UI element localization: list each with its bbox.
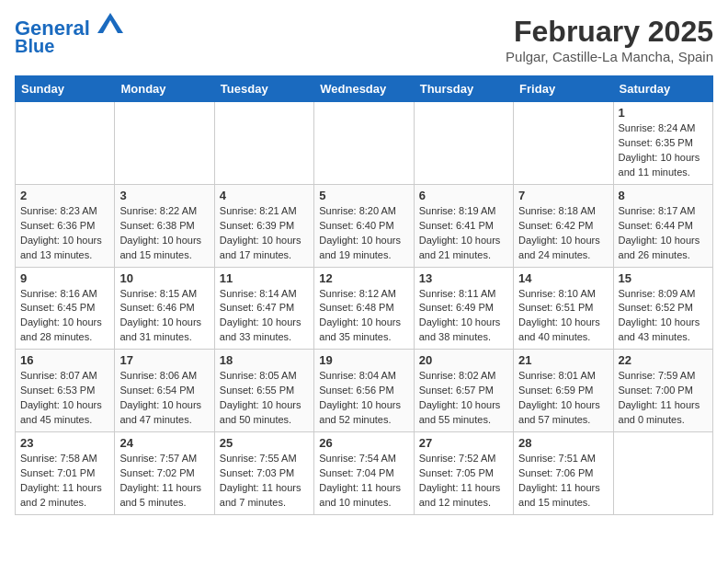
day-info: Sunrise: 8:21 AM Sunset: 6:39 PM Dayligh… — [220, 204, 309, 263]
calendar-cell: 13Sunrise: 8:11 AM Sunset: 6:49 PM Dayli… — [414, 267, 513, 350]
day-number: 18 — [220, 353, 309, 367]
calendar-cell: 3Sunrise: 8:22 AM Sunset: 6:38 PM Daylig… — [115, 184, 214, 267]
day-info: Sunrise: 8:07 AM Sunset: 6:53 PM Dayligh… — [20, 369, 109, 428]
day-info: Sunrise: 7:59 AM Sunset: 7:00 PM Dayligh… — [619, 369, 708, 428]
day-number: 19 — [319, 353, 408, 367]
logo: General Blue — [15, 15, 123, 56]
calendar-cell: 2Sunrise: 8:23 AM Sunset: 6:36 PM Daylig… — [16, 184, 115, 267]
calendar-cell: 10Sunrise: 8:15 AM Sunset: 6:46 PM Dayli… — [115, 267, 214, 350]
day-number: 13 — [419, 271, 508, 285]
calendar-cell: 4Sunrise: 8:21 AM Sunset: 6:39 PM Daylig… — [214, 184, 313, 267]
day-info: Sunrise: 8:10 AM Sunset: 6:51 PM Dayligh… — [518, 287, 608, 346]
calendar-week-row: 16Sunrise: 8:07 AM Sunset: 6:53 PM Dayli… — [16, 350, 713, 432]
calendar-cell: 15Sunrise: 8:09 AM Sunset: 6:52 PM Dayli… — [613, 267, 712, 350]
day-number: 28 — [518, 436, 608, 450]
weekday-header: Saturday — [613, 76, 712, 102]
calendar-cell: 14Sunrise: 8:10 AM Sunset: 6:51 PM Dayli… — [514, 267, 613, 350]
weekday-header: Wednesday — [314, 76, 414, 102]
day-number: 26 — [319, 436, 408, 450]
day-number: 25 — [220, 436, 309, 450]
day-number: 17 — [119, 353, 209, 367]
location-title: Pulgar, Castille-La Mancha, Spain — [506, 49, 713, 64]
day-number: 4 — [220, 189, 309, 202]
day-info: Sunrise: 8:20 AM Sunset: 6:40 PM Dayligh… — [319, 204, 408, 263]
day-info: Sunrise: 8:18 AM Sunset: 6:42 PM Dayligh… — [518, 204, 608, 263]
day-info: Sunrise: 8:06 AM Sunset: 6:54 PM Dayligh… — [119, 369, 209, 428]
day-info: Sunrise: 8:12 AM Sunset: 6:48 PM Dayligh… — [319, 287, 408, 346]
calendar-cell — [414, 102, 513, 185]
day-number: 2 — [20, 189, 109, 202]
day-info: Sunrise: 8:14 AM Sunset: 6:47 PM Dayligh… — [220, 287, 309, 346]
day-info: Sunrise: 8:19 AM Sunset: 6:41 PM Dayligh… — [419, 204, 508, 263]
weekday-header: Sunday — [16, 76, 115, 102]
day-info: Sunrise: 8:24 AM Sunset: 6:35 PM Dayligh… — [619, 121, 708, 180]
day-number: 5 — [319, 189, 408, 202]
calendar-cell: 18Sunrise: 8:05 AM Sunset: 6:55 PM Dayli… — [214, 350, 313, 432]
day-number: 7 — [518, 189, 608, 202]
day-info: Sunrise: 8:04 AM Sunset: 6:56 PM Dayligh… — [319, 369, 408, 428]
day-number: 11 — [220, 271, 309, 285]
calendar-cell: 16Sunrise: 8:07 AM Sunset: 6:53 PM Dayli… — [16, 350, 115, 432]
day-number: 1 — [619, 106, 708, 120]
calendar-cell: 19Sunrise: 8:04 AM Sunset: 6:56 PM Dayli… — [314, 350, 414, 432]
calendar-cell: 22Sunrise: 7:59 AM Sunset: 7:00 PM Dayli… — [613, 350, 712, 432]
calendar-cell: 6Sunrise: 8:19 AM Sunset: 6:41 PM Daylig… — [414, 184, 513, 267]
day-number: 21 — [518, 353, 608, 367]
day-number: 15 — [619, 271, 708, 285]
day-number: 23 — [20, 436, 109, 450]
calendar-cell — [613, 432, 712, 515]
calendar-week-row: 9Sunrise: 8:16 AM Sunset: 6:45 PM Daylig… — [16, 267, 713, 350]
day-number: 20 — [419, 353, 508, 367]
day-number: 14 — [518, 271, 608, 285]
calendar-cell — [16, 102, 115, 185]
day-info: Sunrise: 7:52 AM Sunset: 7:05 PM Dayligh… — [419, 452, 508, 511]
day-info: Sunrise: 8:16 AM Sunset: 6:45 PM Dayligh… — [20, 287, 109, 346]
day-info: Sunrise: 8:01 AM Sunset: 6:59 PM Dayligh… — [518, 369, 608, 428]
day-number: 22 — [619, 353, 708, 367]
calendar-cell: 9Sunrise: 8:16 AM Sunset: 6:45 PM Daylig… — [16, 267, 115, 350]
calendar-cell: 11Sunrise: 8:14 AM Sunset: 6:47 PM Dayli… — [214, 267, 313, 350]
day-info: Sunrise: 8:11 AM Sunset: 6:49 PM Dayligh… — [419, 287, 508, 346]
calendar-cell: 1Sunrise: 8:24 AM Sunset: 6:35 PM Daylig… — [613, 102, 712, 185]
day-info: Sunrise: 7:55 AM Sunset: 7:03 PM Dayligh… — [220, 452, 309, 511]
calendar-cell: 25Sunrise: 7:55 AM Sunset: 7:03 PM Dayli… — [214, 432, 313, 515]
calendar-table: SundayMondayTuesdayWednesdayThursdayFrid… — [15, 75, 713, 515]
calendar-cell: 8Sunrise: 8:17 AM Sunset: 6:44 PM Daylig… — [613, 184, 712, 267]
logo-icon — [97, 13, 123, 33]
calendar-cell: 20Sunrise: 8:02 AM Sunset: 6:57 PM Dayli… — [414, 350, 513, 432]
calendar-cell: 17Sunrise: 8:06 AM Sunset: 6:54 PM Dayli… — [115, 350, 214, 432]
day-number: 24 — [119, 436, 209, 450]
day-info: Sunrise: 8:02 AM Sunset: 6:57 PM Dayligh… — [419, 369, 508, 428]
calendar-cell — [514, 102, 613, 185]
day-info: Sunrise: 8:22 AM Sunset: 6:38 PM Dayligh… — [119, 204, 209, 263]
day-info: Sunrise: 8:23 AM Sunset: 6:36 PM Dayligh… — [20, 204, 109, 263]
calendar-cell — [214, 102, 313, 185]
calendar-cell — [314, 102, 414, 185]
day-info: Sunrise: 7:57 AM Sunset: 7:02 PM Dayligh… — [119, 452, 209, 511]
day-info: Sunrise: 8:15 AM Sunset: 6:46 PM Dayligh… — [119, 287, 209, 346]
calendar-cell: 5Sunrise: 8:20 AM Sunset: 6:40 PM Daylig… — [314, 184, 414, 267]
calendar-cell: 26Sunrise: 7:54 AM Sunset: 7:04 PM Dayli… — [314, 432, 414, 515]
calendar-cell: 23Sunrise: 7:58 AM Sunset: 7:01 PM Dayli… — [16, 432, 115, 515]
calendar-cell: 28Sunrise: 7:51 AM Sunset: 7:06 PM Dayli… — [514, 432, 613, 515]
calendar-cell — [115, 102, 214, 185]
day-number: 27 — [419, 436, 508, 450]
calendar-cell: 27Sunrise: 7:52 AM Sunset: 7:05 PM Dayli… — [414, 432, 513, 515]
day-number: 9 — [20, 271, 109, 285]
day-number: 12 — [319, 271, 408, 285]
day-info: Sunrise: 7:54 AM Sunset: 7:04 PM Dayligh… — [319, 452, 408, 511]
title-block: February 2025 Pulgar, Castille-La Mancha… — [506, 15, 713, 64]
day-number: 16 — [20, 353, 109, 367]
calendar-cell: 7Sunrise: 8:18 AM Sunset: 6:42 PM Daylig… — [514, 184, 613, 267]
calendar-week-row: 2Sunrise: 8:23 AM Sunset: 6:36 PM Daylig… — [16, 184, 713, 267]
day-number: 10 — [119, 271, 209, 285]
calendar-week-row: 23Sunrise: 7:58 AM Sunset: 7:01 PM Dayli… — [16, 432, 713, 515]
calendar-week-row: 1Sunrise: 8:24 AM Sunset: 6:35 PM Daylig… — [16, 102, 713, 185]
month-title: February 2025 — [506, 15, 713, 49]
day-info: Sunrise: 8:05 AM Sunset: 6:55 PM Dayligh… — [220, 369, 309, 428]
calendar-cell: 24Sunrise: 7:57 AM Sunset: 7:02 PM Dayli… — [115, 432, 214, 515]
page-header: General Blue February 2025 Pulgar, Casti… — [15, 15, 713, 64]
day-number: 8 — [619, 189, 708, 202]
day-number: 3 — [119, 189, 209, 202]
weekday-header: Tuesday — [214, 76, 313, 102]
